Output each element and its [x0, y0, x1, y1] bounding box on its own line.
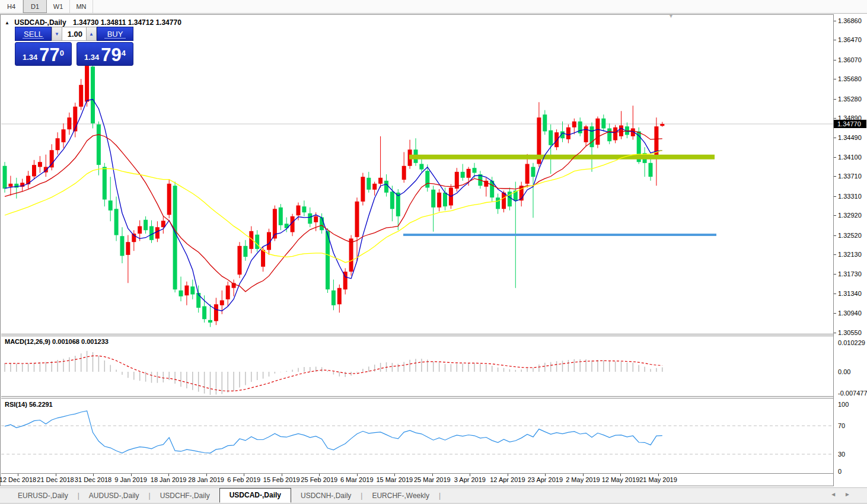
macd-axis-label: 0.010229	[838, 339, 865, 346]
tab-scroll-right-icon[interactable]: ►	[844, 491, 859, 497]
buy-price-box[interactable]: 1.34 79 4	[76, 42, 133, 66]
lot-increase-button[interactable]: ▲	[86, 27, 97, 41]
price-axis-tick	[834, 215, 836, 216]
macd-indicator-canvas[interactable]	[0, 336, 833, 396]
time-axis-label: 6 Feb 2019	[227, 476, 260, 483]
chart-tab-bar: EURUSD-,Daily | AUDUSD-,Daily | USDCHF-,…	[0, 487, 867, 503]
price-axis-label: 1.36070	[838, 56, 862, 63]
price-axis-tick	[834, 60, 836, 60]
price-axis-tick	[834, 79, 836, 79]
tab-separator: |	[439, 489, 441, 503]
macd-axis-label: -0.007477	[838, 390, 867, 397]
price-axis-tick	[834, 157, 836, 158]
price-axis[interactable]: 1.34770 1.368601.364701.360701.356801.35…	[834, 14, 866, 486]
sell-price-box[interactable]: 1.34 77 0	[15, 42, 72, 66]
time-axis-label: 15 Mar 2019	[376, 476, 413, 483]
rsi-axis-label: 30	[838, 451, 845, 458]
price-axis-label: 1.31340	[838, 290, 862, 297]
buy-button[interactable]: BUY	[97, 27, 133, 41]
chart-title: ▲ USDCAD-,Daily 1.34730 1.34811 1.34712 …	[5, 18, 181, 27]
tab-eurchf-weekly[interactable]: EURCHF-,Weekly	[362, 489, 438, 503]
buy-price-prefix: 1.34	[84, 51, 99, 64]
time-axis[interactable]: 12 Dec 201821 Dec 201831 Dec 20189 Jan 2…	[0, 474, 833, 486]
sell-button[interactable]: SELL	[15, 27, 52, 41]
time-axis-label: 18 Jan 2019	[151, 476, 187, 483]
time-axis-label: 25 Feb 2019	[301, 476, 337, 483]
price-axis-label: 1.30940	[838, 310, 862, 317]
price-axis-tick	[834, 274, 836, 275]
price-axis-tick	[834, 235, 836, 236]
buy-price-main: 79	[101, 46, 121, 64]
price-axis-tick	[834, 21, 836, 21]
price-axis-tick	[834, 294, 836, 294]
time-axis-label: 2 May 2019	[566, 476, 600, 483]
tab-eurusd-daily[interactable]: EURUSD-,Daily	[8, 489, 78, 503]
rsi-indicator-canvas[interactable]	[0, 398, 833, 473]
collapse-subwindow-icon[interactable]: ▲	[5, 20, 9, 25]
price-axis-label: 1.32520	[838, 232, 862, 239]
lot-decrease-button[interactable]: ▼	[52, 27, 62, 41]
symbol-period-label: USDCAD-,Daily	[14, 18, 66, 27]
time-axis-label: 12 Dec 2018	[0, 476, 36, 483]
price-axis-label: 1.35280	[838, 95, 862, 103]
price-axis-tick	[834, 176, 836, 177]
timeframe-d1-button[interactable]: D1	[23, 0, 47, 13]
time-axis-label: 12 May 2019	[602, 476, 640, 483]
time-axis-label: 9 Jan 2019	[114, 476, 146, 483]
time-axis-label: 3 Apr 2019	[454, 476, 486, 483]
panel-separator[interactable]	[1, 398, 833, 398]
time-axis-label: 28 Jan 2019	[188, 476, 224, 483]
price-axis-tick	[834, 333, 836, 333]
rsi-axis-label: 0	[838, 468, 842, 475]
timeframe-mn-button[interactable]: MN	[70, 0, 93, 13]
lot-size-input[interactable]: 1.00	[62, 27, 86, 41]
macd-name: MACD(12,26,9)	[5, 338, 50, 345]
price-axis-label: 1.32920	[838, 212, 862, 219]
price-axis-tick	[834, 138, 836, 138]
price-axis-label: 1.32130	[838, 251, 862, 258]
price-axis-label: 1.30550	[838, 329, 862, 336]
rsi-value: 56.2291	[29, 401, 53, 408]
macd-values: 0.001068 0.001233	[52, 338, 109, 345]
time-axis-label: 31 Dec 2018	[75, 476, 111, 483]
chart-shift-marker-icon[interactable]: ▼	[668, 13, 674, 19]
price-axis-tick	[834, 40, 836, 40]
rsi-axis-label: 100	[838, 401, 849, 408]
sell-price-pip: 0	[60, 43, 64, 64]
price-axis-label: 1.34890	[838, 114, 862, 122]
time-axis-label: 23 Apr 2019	[528, 476, 563, 483]
mt4-terminal: H4 D1 W1 MN ▲ USDCAD-,Daily 1.34730 1.34…	[0, 0, 867, 504]
price-axis-label: 1.35680	[838, 75, 862, 82]
one-click-trading-panel: SELL ▼ 1.00 ▲ BUY 1.34 77 0 1.34 79 4	[15, 27, 133, 66]
timeframe-w1-button[interactable]: W1	[47, 0, 70, 13]
tab-usdcad-daily[interactable]: USDCAD-,Daily	[219, 488, 291, 503]
price-axis-tick	[834, 118, 836, 119]
price-axis-label: 1.36860	[838, 17, 862, 24]
panel-separator[interactable]	[1, 396, 833, 397]
price-axis-tick	[834, 99, 836, 100]
price-axis-label: 1.33310	[838, 193, 862, 200]
tab-usdcnh-daily[interactable]: USDCNH-,Daily	[291, 489, 361, 503]
time-axis-label: 12 Apr 2019	[490, 476, 525, 483]
panel-separator[interactable]	[1, 334, 833, 334]
tab-scroll-left-icon[interactable]: ◄	[830, 491, 844, 497]
time-axis-label: 15 Feb 2019	[263, 476, 300, 483]
timeframe-h4-button[interactable]: H4	[0, 0, 23, 13]
panel-separator[interactable]	[1, 336, 833, 336]
macd-label: MACD(12,26,9) 0.001068 0.001233	[5, 338, 109, 345]
sell-price-prefix: 1.34	[23, 51, 37, 64]
price-axis-tick	[834, 254, 836, 255]
rsi-axis-label: 70	[838, 422, 845, 429]
price-axis-label: 1.33710	[838, 173, 862, 180]
buy-price-pip: 4	[122, 43, 126, 64]
price-axis-label: 1.34490	[838, 134, 862, 141]
tab-scroll-arrows[interactable]: ◄►	[830, 491, 859, 497]
price-axis-label: 1.31730	[838, 270, 862, 277]
timeframe-toolbar: H4 D1 W1 MN	[0, 0, 867, 14]
time-axis-label: 21 May 2019	[639, 476, 677, 483]
tab-usdchf-daily[interactable]: USDCHF-,Daily	[151, 489, 219, 503]
price-axis-tick	[834, 313, 836, 314]
tab-audusd-daily[interactable]: AUDUSD-,Daily	[79, 489, 149, 503]
price-axis-tick	[834, 196, 836, 197]
time-axis-label: 21 Dec 2018	[37, 476, 74, 483]
